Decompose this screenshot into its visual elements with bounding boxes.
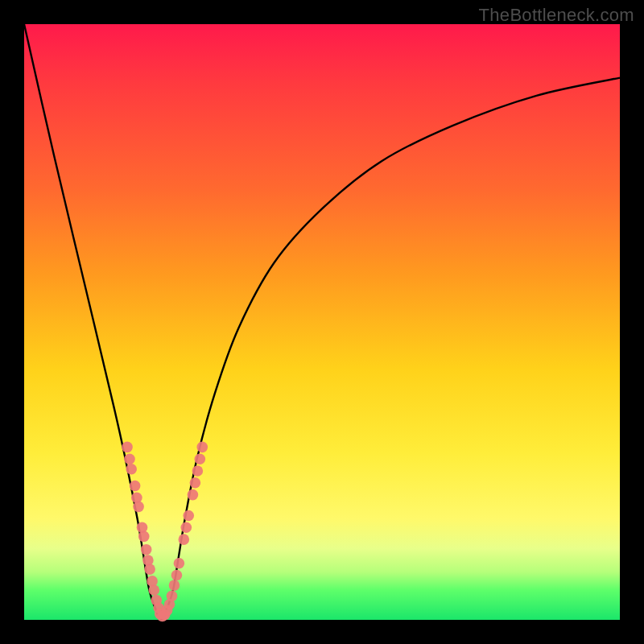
data-point [133,502,144,513]
data-point [192,465,204,477]
data-point [124,453,135,464]
data-point [126,464,137,475]
data-point [174,558,185,569]
chart-frame: TheBottleneck.com [0,0,644,644]
data-point [144,564,155,575]
data-point [141,544,152,555]
data-point [149,584,160,596]
data-point [190,477,201,489]
data-point [179,534,190,545]
data-point [180,522,192,534]
data-point [183,510,194,522]
bottleneck-curve [24,24,620,620]
curve-line [24,24,620,620]
data-point [130,481,141,492]
data-point [188,489,199,501]
data-point [122,442,133,453]
data-point [138,531,150,543]
data-point [169,580,180,591]
data-point [196,442,208,453]
watermark-text: TheBottleneck.com [479,5,634,26]
plot-area [24,24,620,620]
data-point [171,570,183,581]
data-point [167,591,178,602]
data-point [195,453,206,464]
